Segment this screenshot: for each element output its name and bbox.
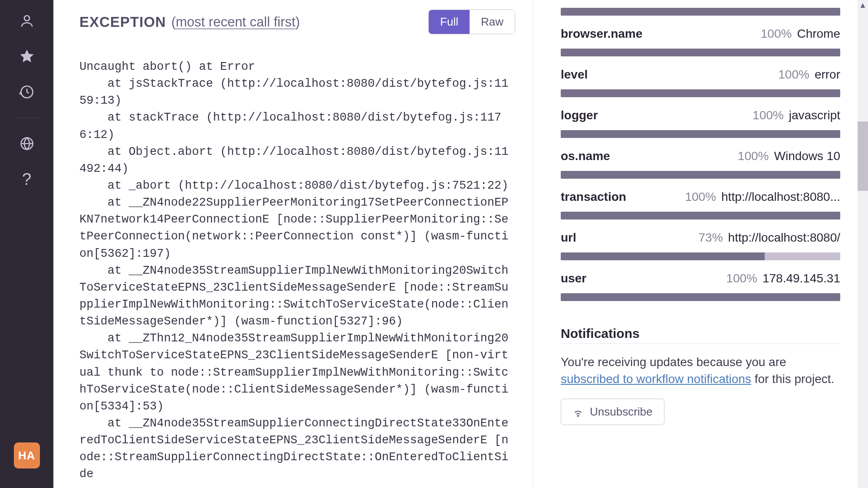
svg-point-0: [24, 16, 30, 21]
tag-value: http://localhost:8080/: [728, 231, 840, 245]
tag-row[interactable]: level100%error: [561, 68, 840, 97]
star-icon[interactable]: [17, 46, 37, 66]
stack-trace: Uncaught abort() at Error at jsStackTrac…: [79, 59, 515, 483]
tag-bar: [561, 252, 840, 260]
tag-bar: [561, 293, 840, 301]
tag-percent: 100%: [738, 149, 769, 163]
exception-subtitle: (most recent call first): [171, 14, 300, 30]
history-icon[interactable]: [17, 82, 37, 102]
tag-percent: 100%: [761, 27, 792, 41]
toggle-raw-button[interactable]: Raw: [470, 10, 515, 34]
tag-label: logger: [561, 108, 598, 122]
tag-row[interactable]: user100%178.49.145.31: [561, 272, 840, 301]
tag-bar: [561, 171, 840, 179]
exception-panel: EXCEPTION (most recent call first) Full …: [53, 0, 533, 488]
notifications-link[interactable]: subscribed to workflow notifications: [561, 372, 751, 386]
tag-percent: 100%: [778, 68, 809, 82]
profile-icon[interactable]: [17, 11, 37, 31]
tag-bar: [561, 130, 840, 138]
scroll-up-icon[interactable]: ▲: [858, 0, 868, 10]
tag-row[interactable]: url73%http://localhost:8080/: [561, 231, 840, 260]
globe-icon[interactable]: [17, 134, 37, 154]
tag-percent: 73%: [699, 231, 723, 245]
tag-row[interactable]: browser.name100%Chrome: [561, 27, 840, 56]
tag-percent: 100%: [753, 108, 784, 122]
tag-value: http://localhost:8080...: [721, 190, 840, 204]
tag-value: Windows 10: [774, 149, 840, 163]
notifications-text: You're receiving updates because you are…: [561, 354, 840, 387]
trace-view-toggle: Full Raw: [428, 10, 515, 34]
tag-label: url: [561, 231, 576, 245]
wifi-icon: [572, 406, 584, 418]
tag-value: 178.49.145.31: [763, 272, 840, 285]
tag-label: transaction: [561, 190, 626, 204]
exception-title: EXCEPTION: [79, 14, 166, 30]
unsubscribe-button[interactable]: Unsubscribe: [561, 399, 664, 425]
tag-label: os.name: [561, 149, 610, 163]
nav-sidebar: ? HA: [0, 0, 53, 488]
tag-row[interactable]: [561, 8, 840, 16]
sidebar-divider: [14, 118, 40, 118]
tag-value: javascript: [789, 108, 840, 122]
tag-label: user: [561, 272, 586, 285]
tag-label: browser.name: [561, 27, 642, 41]
tag-value: Chrome: [797, 27, 840, 41]
details-panel: browser.name100%Chromelevel100%errorlogg…: [533, 0, 868, 488]
scroll-thumb[interactable]: [858, 121, 868, 191]
tag-row[interactable]: transaction100%http://localhost:8080...: [561, 190, 840, 219]
svg-point-3: [578, 415, 579, 416]
tag-label: level: [561, 68, 588, 82]
tag-bar: [561, 49, 840, 56]
tag-bar: [561, 8, 840, 16]
tag-row[interactable]: logger100%javascript: [561, 108, 840, 138]
tag-bar: [561, 89, 840, 97]
scrollbar[interactable]: ▲: [858, 0, 868, 488]
tag-percent: 100%: [685, 190, 716, 204]
tag-row[interactable]: os.name100%Windows 10: [561, 149, 840, 179]
help-icon[interactable]: ?: [17, 169, 37, 189]
toggle-full-button[interactable]: Full: [429, 10, 470, 34]
tag-value: error: [815, 68, 840, 82]
user-avatar[interactable]: HA: [14, 442, 40, 468]
tag-percent: 100%: [726, 272, 757, 285]
tag-bar: [561, 212, 840, 219]
notifications-title: Notifications: [561, 326, 840, 344]
